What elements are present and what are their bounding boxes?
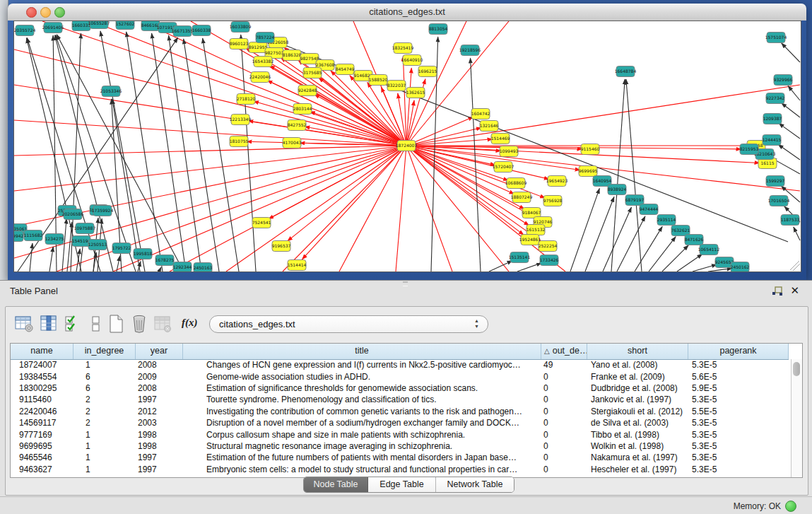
graph-node-19654923[interactable]: 19654923: [546, 176, 568, 187]
graph-node-16543382[interactable]: 16543382: [252, 57, 274, 67]
graph-node-10654112[interactable]: 10654112: [698, 245, 720, 255]
column-header-in_degree[interactable]: in_degree: [73, 344, 136, 359]
table-row[interactable]: 1830029562008Estimation of significance …: [11, 382, 792, 394]
table-selector-dropdown[interactable]: citations_edges.txt ▲ ▼: [209, 315, 488, 333]
graph-node-1696215[interactable]: 1696215: [418, 66, 437, 77]
graph-node-1810755[interactable]: 1810755: [230, 136, 249, 147]
graph-node-17359924[interactable]: 17359924: [92, 206, 114, 216]
graph-node-16648784[interactable]: 16648784: [615, 66, 637, 77]
graph-node-10655287[interactable]: 10655287: [88, 21, 110, 29]
table-row[interactable]: 1456911722003Disruption of a novel membe…: [11, 417, 792, 428]
graph-node-12213349[interactable]: 12213349: [230, 115, 252, 125]
tab-network-table[interactable]: Network Table: [436, 477, 514, 492]
graph-node-9242848[interactable]: 9242848: [298, 86, 317, 96]
graph-node-17016504[interactable]: 17016504: [768, 196, 790, 206]
graph-node-15720407[interactable]: 15720407: [493, 162, 514, 173]
scrollbar-thumb[interactable]: [793, 362, 800, 376]
graph-node-1209387[interactable]: 1209387: [763, 114, 782, 124]
table-row[interactable]: 946362711997Embryonic stem cells: a mode…: [11, 464, 792, 475]
graph-node-8215953[interactable]: 8215953: [740, 144, 759, 155]
graph-node-1795722[interactable]: 1795722: [112, 243, 131, 254]
graph-node-8960123[interactable]: 8960123: [230, 39, 249, 49]
graph-node-19218596[interactable]: 19218596: [459, 45, 481, 56]
graph-node-20206586[interactable]: 20206586: [62, 209, 84, 220]
graph-node-18724007[interactable]: 18724007: [396, 141, 418, 151]
table-row[interactable]: 946554611997Estimation of the future num…: [11, 452, 792, 463]
graph-node-18325419[interactable]: 18325419: [392, 43, 414, 54]
vertical-scrollbar[interactable]: [791, 359, 802, 477]
graph-node-16640910[interactable]: 16640910: [401, 55, 423, 66]
graph-node-10975887[interactable]: 10975887: [74, 223, 96, 234]
graph-node-7857224[interactable]: 7857224: [256, 33, 275, 43]
graph-node-1187533[interactable]: 1187533: [781, 215, 800, 226]
graph-node-8322037[interactable]: 8322037: [387, 81, 406, 91]
delete-column-icon[interactable]: [129, 314, 149, 334]
tab-edge-table[interactable]: Edge Table: [368, 477, 436, 492]
table-row[interactable]: 2242004622012Investigating the contribut…: [11, 406, 792, 417]
graph-node-2935114[interactable]: 2935114: [657, 215, 676, 226]
graph-node-1678275[interactable]: 1678275: [155, 255, 175, 266]
citation-network-graph[interactable]: 1872400789601238912955182260589827503818…: [14, 21, 801, 271]
float-window-icon[interactable]: [772, 286, 783, 296]
graph-nodes[interactable]: 1872400789601238912955182260589827503818…: [14, 21, 800, 271]
graph-node-2522254[interactable]: 2522254: [539, 241, 558, 252]
graph-node-22420046[interactable]: 22420046: [249, 72, 271, 83]
graph-node-15135141[interactable]: 15135141: [509, 252, 531, 263]
graph-node-2718120[interactable]: 2718120: [237, 94, 256, 105]
graph-node-9227342[interactable]: 9227342: [766, 93, 785, 104]
graph-node-1514469[interactable]: 1514469: [491, 134, 510, 144]
table-row[interactable]: 977716911998Corpus callosum shape and si…: [11, 428, 792, 440]
graph-node-21053346[interactable]: 21053346: [100, 86, 122, 97]
graph-node-9699695[interactable]: 9699695: [579, 166, 598, 177]
show-selected-icon[interactable]: [86, 314, 106, 334]
graph-node-1514414[interactable]: 1514414: [288, 260, 307, 271]
graph-node-2803144[interactable]: 2803144: [293, 104, 312, 115]
graph-node-3175685[interactable]: 3175685: [303, 68, 322, 78]
new-column-icon[interactable]: [106, 314, 126, 334]
table-row[interactable]: 1938455462009Genome-wide association stu…: [11, 370, 792, 382]
graph-node-1599297[interactable]: 1599297: [766, 176, 785, 187]
graph-node-9756928[interactable]: 9756928: [543, 196, 563, 206]
graph-node-1362615[interactable]: 1362615: [406, 88, 425, 98]
graph-node-8813054[interactable]: 8813054: [429, 24, 448, 35]
table-row[interactable]: 911546021997Tourette syndrome. Phenomeno…: [11, 394, 792, 405]
graph-node-2450162[interactable]: 2450162: [731, 262, 750, 272]
graph-node-1099493[interactable]: 1099493: [500, 146, 519, 157]
canvas-resize-grip[interactable]: [790, 261, 800, 271]
table-mode-icon[interactable]: [14, 314, 34, 334]
column-header-pagerank[interactable]: pagerank: [688, 344, 789, 359]
window-titlebar[interactable]: citations_edges.txt: [8, 4, 806, 21]
panel-resize-handle[interactable]: [403, 281, 408, 286]
graph-node-9329966[interactable]: 9329966: [774, 75, 793, 86]
function-builder-icon[interactable]: f(x): [182, 317, 198, 329]
graph-node-1234275[interactable]: 1234275: [45, 234, 64, 245]
graph-node-16033809[interactable]: 16033809: [230, 22, 252, 33]
memory-status-icon[interactable]: [785, 501, 796, 512]
column-header-name[interactable]: name: [11, 344, 73, 359]
graph-node-1250513[interactable]: 1250513: [88, 240, 107, 250]
show-columns-icon[interactable]: [39, 314, 59, 334]
graph-node-1615132[interactable]: 1615132: [526, 225, 546, 235]
graph-node-1995818[interactable]: 1995818: [134, 249, 153, 259]
graph-node-16671355[interactable]: 16671355: [172, 26, 194, 37]
graph-node-8186328[interactable]: 8186328: [283, 50, 302, 61]
graph-node-1660338[interactable]: 1660338: [192, 25, 211, 36]
graph-node-8454749[interactable]: 8454749: [336, 64, 355, 75]
table-row[interactable]: 969969511998Structural magnetic resonanc…: [11, 440, 792, 452]
graph-node-8471626[interactable]: 8471626: [685, 235, 704, 245]
column-header-short[interactable]: short: [587, 344, 688, 359]
graph-node-1292344[interactable]: 1292344: [173, 262, 192, 272]
graph-node-1733426[interactable]: 1733426: [540, 255, 559, 266]
column-header-out_de[interactable]: △out_de…: [541, 344, 587, 359]
graph-node-18807249[interactable]: 18807249: [511, 192, 533, 203]
graph-node-15751074[interactable]: 15751074: [765, 33, 787, 43]
column-header-year[interactable]: year: [136, 344, 183, 359]
graph-node-7524541[interactable]: 7524541: [252, 218, 271, 228]
graph-node-1115682[interactable]: 1115682: [24, 230, 43, 241]
graph-node-8938924[interactable]: 8938924: [608, 185, 627, 195]
graph-node-20691406[interactable]: 20691406: [42, 23, 64, 33]
graph-node-20355724[interactable]: 20355724: [14, 25, 35, 36]
graph-node-2450163[interactable]: 2450163: [194, 263, 213, 272]
graph-node-1321646[interactable]: 1321646: [480, 121, 499, 132]
graph-node-1588520[interactable]: 1588520: [369, 75, 388, 86]
